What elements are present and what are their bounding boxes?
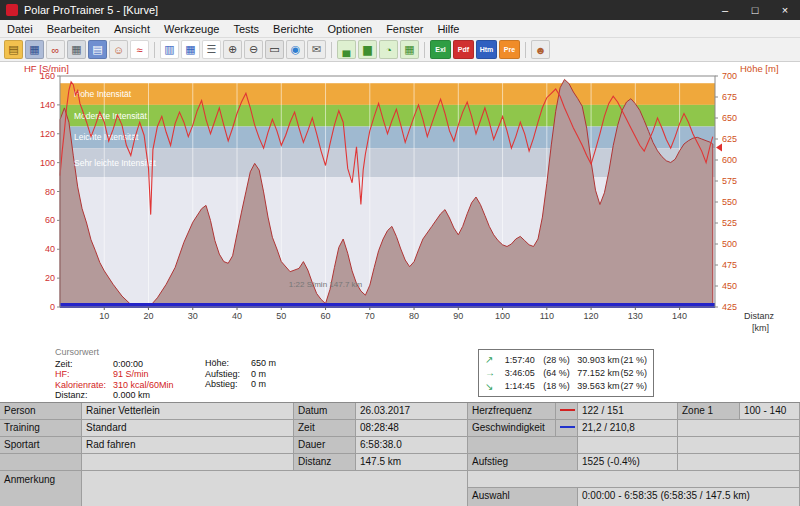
svg-text:130: 130 bbox=[628, 311, 643, 321]
auswahl-value: 0:00:00 - 6:58:35 (6:58:35 / 147.5 km) bbox=[578, 488, 800, 506]
zoom-out-icon[interactable]: ⊖ bbox=[244, 40, 263, 59]
toolbar-separator bbox=[424, 42, 425, 58]
cursor-kalorienrate: Kalorienrate:310 kcal/60Min bbox=[55, 380, 174, 391]
menu-hilfe[interactable]: Hilfe bbox=[430, 20, 466, 38]
svg-text:[km]: [km] bbox=[752, 323, 769, 333]
empty-label-cell bbox=[0, 454, 82, 471]
zone-summary-row-down: ↘ 1:14:45 (18 %) 39.563 km (27 %) bbox=[485, 381, 647, 392]
svg-text:40: 40 bbox=[232, 311, 242, 321]
svg-text:550: 550 bbox=[722, 197, 737, 207]
report-table-icon[interactable]: ▦ bbox=[400, 40, 419, 59]
report-curve-icon[interactable]: ▄ bbox=[337, 40, 356, 59]
calculator-icon[interactable]: ▦ bbox=[67, 40, 86, 59]
save-icon[interactable]: ▦ bbox=[25, 40, 44, 59]
zeit-value: 08:28:48 bbox=[356, 420, 468, 437]
cursor-distanz: Distanz:0.000 km bbox=[55, 390, 174, 401]
users-icon[interactable]: ☻ bbox=[531, 40, 550, 59]
svg-text:500: 500 bbox=[722, 239, 737, 249]
svg-text:1:22 S/min 147.7 km: 1:22 S/min 147.7 km bbox=[289, 280, 363, 289]
report-bar-icon[interactable]: ▆ bbox=[358, 40, 377, 59]
datum-value: 26.03.2017 bbox=[356, 403, 468, 420]
herzfrequenz-label: Herzfrequenz bbox=[468, 403, 556, 420]
svg-text:450: 450 bbox=[722, 281, 737, 291]
export-html-icon[interactable]: Htm bbox=[476, 40, 497, 59]
toolbar-separator bbox=[154, 42, 155, 58]
printer-icon[interactable]: ▭ bbox=[265, 40, 284, 59]
minimize-button[interactable]: – bbox=[710, 0, 740, 20]
title-bar: Polar ProTrainer 5 - [Kurve] – □ × bbox=[0, 0, 800, 20]
zone-summary-box: ↗ 1:57:40 (28 %) 30.903 km (21 %) → 3:46… bbox=[478, 349, 654, 397]
cursor-zeit: Zeit:0:00:00 bbox=[55, 359, 174, 370]
window-title: Polar ProTrainer 5 - [Kurve] bbox=[24, 4, 710, 16]
diary-icon[interactable]: ▤ bbox=[88, 40, 107, 59]
empty-cell bbox=[678, 454, 800, 471]
menu-berichte[interactable]: Berichte bbox=[266, 20, 320, 38]
arrow-right-icon: → bbox=[485, 367, 498, 378]
glasses-icon[interactable]: ∞ bbox=[46, 40, 65, 59]
svg-text:60: 60 bbox=[45, 215, 55, 225]
empty-cell bbox=[678, 420, 800, 437]
menu-optionen[interactable]: Optionen bbox=[320, 20, 379, 38]
menu-bearbeiten[interactable]: Bearbeiten bbox=[40, 20, 107, 38]
svg-text:80: 80 bbox=[45, 187, 55, 197]
menu-fenster[interactable]: Fenster bbox=[379, 20, 430, 38]
menu-tests[interactable]: Tests bbox=[226, 20, 266, 38]
globe-icon[interactable]: ◉ bbox=[286, 40, 305, 59]
svg-text:Hohe Intensität: Hohe Intensität bbox=[74, 89, 132, 99]
zoom-in-icon[interactable]: ⊕ bbox=[223, 40, 242, 59]
menu-datei[interactable]: Datei bbox=[0, 20, 40, 38]
sportart-label: Sportart bbox=[0, 437, 82, 454]
herzfrequenz-line-sample bbox=[556, 403, 578, 420]
svg-text:675: 675 bbox=[722, 92, 737, 102]
svg-text:525: 525 bbox=[722, 218, 737, 228]
export-excel-icon[interactable]: Exl bbox=[430, 40, 451, 59]
svg-text:700: 700 bbox=[722, 71, 737, 81]
svg-text:20: 20 bbox=[45, 273, 55, 283]
table-icon[interactable]: ▦ bbox=[181, 40, 200, 59]
chart-icon[interactable]: ▥ bbox=[160, 40, 179, 59]
zeit-label: Zeit bbox=[294, 420, 356, 437]
app-window: Polar ProTrainer 5 - [Kurve] – □ × Datei… bbox=[0, 0, 800, 506]
svg-text:0: 0 bbox=[50, 302, 55, 312]
person-value: Rainer Vetterlein bbox=[82, 403, 294, 420]
dauer-value: 6:58:38.0 bbox=[356, 437, 468, 454]
maximize-button[interactable]: □ bbox=[740, 0, 770, 20]
list-icon[interactable]: ☰ bbox=[202, 40, 221, 59]
cursor-values: Cursorwert Zeit:0:00:00 HF:91 S/min Kalo… bbox=[55, 347, 174, 401]
svg-text:110: 110 bbox=[540, 311, 554, 321]
svg-text:80: 80 bbox=[409, 311, 419, 321]
svg-text:30: 30 bbox=[188, 311, 198, 321]
export-pre-icon[interactable]: Pre bbox=[499, 40, 520, 59]
zone-summary-row-up: ↗ 1:57:40 (28 %) 30.903 km (21 %) bbox=[485, 354, 647, 365]
menu-werkzeuge[interactable]: Werkzeuge bbox=[157, 20, 226, 38]
curve-icon[interactable]: ≈ bbox=[130, 40, 149, 59]
empty-cell bbox=[678, 437, 800, 454]
geschwindigkeit-label: Geschwindigkeit bbox=[468, 420, 556, 437]
report-pie-icon[interactable]: ◔ bbox=[379, 40, 398, 59]
curve-view-panel: Hohe IntensitätModerate IntensitätLeicht… bbox=[0, 62, 800, 402]
empty-label-cell bbox=[468, 437, 578, 454]
open-folder-icon[interactable]: ▤ bbox=[4, 40, 23, 59]
svg-text:600: 600 bbox=[722, 155, 737, 165]
arrow-down-right-icon: ↘ bbox=[485, 381, 498, 392]
zone-summary-row-flat: → 3:46:05 (64 %) 77.152 km (52 %) bbox=[485, 367, 647, 378]
hf-altitude-chart[interactable]: Hohe IntensitätModerate IntensitätLeicht… bbox=[0, 62, 800, 347]
anmerkung-label: Anmerkung bbox=[0, 471, 82, 506]
zone-range-value: 100 - 140 bbox=[740, 403, 800, 420]
svg-text:425: 425 bbox=[722, 302, 737, 312]
svg-text:Sehr leichte Intensität: Sehr leichte Intensität bbox=[74, 158, 156, 168]
cursor-abstieg: Abstieg:0 m bbox=[205, 379, 276, 390]
aufstieg-value: 1525 (-0.4%) bbox=[578, 454, 678, 471]
menu-ansicht[interactable]: Ansicht bbox=[107, 20, 157, 38]
training-label: Training bbox=[0, 420, 82, 437]
person-label: Person bbox=[0, 403, 82, 420]
arrow-up-right-icon: ↗ bbox=[485, 354, 498, 365]
menu-bar: Datei Bearbeiten Ansicht Werkzeuge Tests… bbox=[0, 20, 800, 38]
person-icon[interactable]: ☺ bbox=[109, 40, 128, 59]
mail-icon[interactable]: ✉ bbox=[307, 40, 326, 59]
export-pdf-icon[interactable]: Pdf bbox=[453, 40, 474, 59]
svg-text:60: 60 bbox=[321, 311, 331, 321]
distanz-label: Distanz bbox=[294, 454, 356, 471]
close-button[interactable]: × bbox=[770, 0, 800, 20]
anmerkung-value[interactable] bbox=[82, 471, 468, 506]
